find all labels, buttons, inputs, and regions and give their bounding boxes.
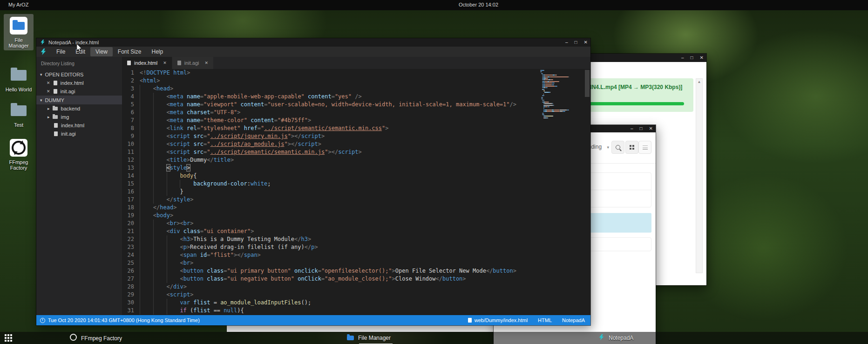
folder-icon (11, 70, 27, 81)
maximize-icon[interactable]: □ (691, 55, 693, 60)
maximize-icon[interactable]: □ (575, 40, 577, 45)
code-token: < (180, 260, 183, 266)
desktop-icon-file-manager[interactable]: File Manager (4, 14, 34, 50)
code-line: 18</head> (122, 204, 584, 212)
line-number: 7 (122, 117, 140, 124)
code-editor[interactable]: 1<!DOCTYPE html>2<html>3<head>4<meta nam… (122, 69, 584, 315)
code-token: < (167, 141, 170, 147)
tree-item-index-html[interactable]: index.html (36, 121, 122, 130)
system-menu-title[interactable]: My ArOZ (8, 2, 28, 7)
code-token: white (251, 180, 267, 187)
convert-arrows-icon (12, 141, 26, 155)
tree-item-init-agi[interactable]: ✕init.agi (36, 87, 122, 96)
line-number: 26 (122, 267, 140, 275)
code-token: "viewport" (203, 101, 237, 108)
line-number: 22 (122, 235, 140, 243)
code-token: </ (167, 283, 173, 290)
code-token: < (180, 244, 183, 250)
line-number: 9 (122, 132, 140, 140)
minimap-indent (540, 111, 543, 112)
app-tile (10, 17, 27, 34)
close-icon[interactable]: ✕ (47, 89, 50, 94)
desktop-icon-ffmpeg-factory[interactable]: FFmpeg Factory (4, 136, 34, 172)
close-icon[interactable]: ✕ (584, 40, 588, 45)
menu-font-size[interactable]: Font Size (113, 47, 147, 56)
code-token: ; (267, 180, 271, 187)
desktop-icon-test[interactable]: Test (4, 99, 34, 130)
sidebar: Directory Listing ▾OPEN EDITORS✕index.ht… (36, 57, 122, 315)
indent-guide (140, 220, 167, 227)
minimize-icon[interactable]: – (681, 55, 684, 60)
minimap-line (540, 84, 583, 85)
file-icon (54, 81, 57, 85)
scroll-up-icon[interactable]: ▲ (696, 79, 702, 85)
code-token: = (224, 275, 227, 282)
section-dummy[interactable]: ▾DUMMY (36, 96, 122, 104)
notepada-window[interactable]: NotepadA - index.html – □ ✕ FileEditView… (36, 38, 590, 325)
tree-item-backend[interactable]: ▸backend (36, 104, 122, 113)
minimap-indent (540, 117, 543, 118)
scrollbar-thumb[interactable] (585, 70, 590, 97)
close-icon[interactable]: ✕ (47, 81, 50, 85)
tree-item-img[interactable]: ▸img (36, 113, 122, 121)
close-tab-icon[interactable]: ✕ (204, 61, 208, 65)
code-token: ){ (237, 307, 244, 314)
grid-view-button[interactable] (625, 141, 638, 154)
code-line: 22<h3>This is a Dummy Testing Module</h3… (122, 235, 584, 243)
desktop-icon-label: File Manager (4, 37, 34, 48)
tab-index-html[interactable]: index.html✕ (122, 57, 172, 69)
code-token: "stylesheet" (200, 125, 241, 131)
status-language[interactable]: HTML (538, 317, 552, 323)
code-token: < (153, 85, 156, 92)
editor-scrollbar[interactable] (584, 69, 590, 315)
close-tab-icon[interactable]: ✕ (163, 61, 167, 65)
line-number: 24 (122, 251, 140, 259)
code-token: <! (140, 69, 146, 76)
menu-help[interactable]: Help (147, 47, 169, 56)
section-open-editors[interactable]: ▾OPEN EDITORS (36, 70, 122, 79)
code-token: onClick (294, 275, 321, 282)
code-token: name (187, 117, 200, 124)
search-button[interactable] (611, 141, 624, 154)
notepada-titlebar[interactable]: NotepadA - index.html – □ ✕ (36, 38, 590, 47)
minimap-token (544, 92, 549, 93)
minimize-icon[interactable]: – (565, 40, 568, 45)
tab-bar: index.html✕init.agi✕ (122, 57, 590, 69)
tab-init-agi[interactable]: init.agi✕ (172, 57, 213, 69)
code-token: rel (187, 125, 197, 131)
minimap-line (540, 97, 583, 98)
code-token: > (513, 268, 516, 274)
desktop-icon-label: Hello World (4, 87, 34, 92)
minimize-icon[interactable]: – (631, 126, 633, 131)
tree-item-index-html[interactable]: ✕index.html (36, 79, 122, 87)
code-line: 24<span id="flist"></span> (122, 251, 584, 259)
menu-file[interactable]: File (51, 47, 70, 56)
line-number: 30 (122, 299, 140, 307)
code-line: 3<head> (122, 85, 584, 93)
taskbar-item-ffmpeg-factory[interactable]: FFmpeg Factory (70, 334, 122, 344)
chevron-down-icon: ▾ (607, 145, 609, 150)
menu-view[interactable]: View (90, 47, 113, 56)
code-token: div (173, 283, 183, 290)
minimap-token (550, 76, 569, 77)
maximize-icon[interactable]: □ (640, 126, 643, 131)
desktop-icon-hello-world[interactable]: Hello World (4, 63, 34, 94)
app-launcher-button[interactable] (5, 334, 12, 342)
code-line: 29<script> (122, 291, 584, 299)
minimap-indent (540, 103, 543, 104)
taskbar-item-notepada[interactable]: NotepadA (598, 334, 633, 343)
minimap[interactable] (540, 70, 583, 130)
code-token: > (190, 196, 193, 203)
ffmpeg-scrollbar[interactable]: ▲ (696, 78, 703, 273)
list-view-button[interactable] (638, 141, 651, 154)
code-line: 26<button class="ui primary button" oncl… (122, 267, 584, 275)
code-token: "theme-color" (203, 117, 247, 124)
code-token: meta (170, 109, 187, 116)
code-token: > (258, 252, 261, 258)
line-number: 11 (122, 148, 140, 156)
tree-item-init-agi[interactable]: init.agi (36, 130, 122, 138)
minimap-token (543, 94, 544, 95)
close-icon[interactable]: ✕ (700, 55, 704, 60)
taskbar-item-file-manager[interactable]: File Manager (347, 334, 391, 343)
close-icon[interactable]: ✕ (649, 126, 653, 131)
